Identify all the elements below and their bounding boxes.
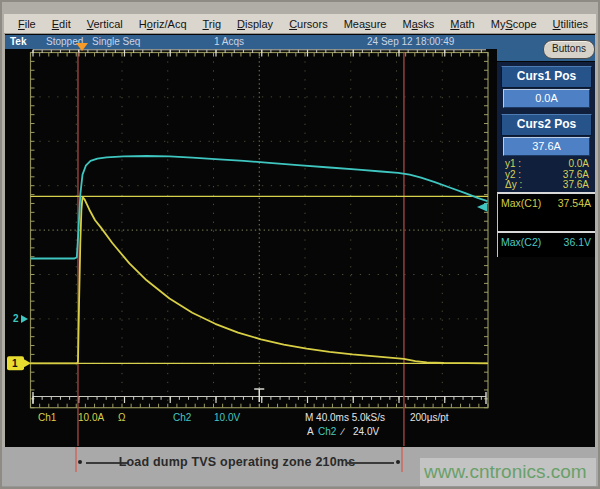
- datetime: 24 Sep 12 18:00:49: [367, 36, 454, 47]
- scope-screen: Tek Stopped Single Seq 1 Acqs 24 Sep 12 …: [5, 34, 595, 447]
- menu-item-measure[interactable]: Measure: [344, 18, 387, 30]
- trigger-prefix: A: [307, 426, 314, 437]
- annotation-band: Load dump TVS operating zone 210ms www.c…: [2, 447, 598, 486]
- ch1-coupling-icon: Ω: [118, 412, 125, 423]
- ch2-scale[interactable]: 10.0V: [214, 412, 240, 423]
- dy-value: 37.6A: [563, 180, 589, 191]
- ch2-label[interactable]: Ch2: [173, 412, 191, 423]
- svg-text:1: 1: [12, 358, 18, 369]
- max-c1-value: 37.54A: [558, 197, 591, 209]
- brand-label: Tek: [10, 36, 27, 47]
- buttons-button[interactable]: Buttons: [543, 40, 595, 59]
- curs1-pos-value[interactable]: 0.0A: [503, 89, 590, 108]
- ch1-label[interactable]: Ch1: [38, 412, 56, 423]
- measurement-max-c2: Max(C2) 36.1V: [497, 231, 595, 257]
- zone-end-line: [401, 447, 403, 472]
- menu-bar: FileEditVerticalHoriz/AcqTrigDisplayCurs…: [4, 14, 596, 34]
- cursor-y1-row: y1 : 0.0A: [505, 159, 589, 170]
- menu-item-masks[interactable]: Masks: [402, 18, 434, 30]
- dimension-line-right: [346, 462, 394, 464]
- curs1-pos-header: Curs1 Pos: [501, 66, 592, 88]
- trace-ch1[interactable]: [31, 197, 488, 363]
- trigger-slope-icon: ∕: [342, 426, 344, 437]
- menu-item-utilities[interactable]: Utilities: [553, 18, 588, 30]
- waveform-display: 21: [5, 49, 497, 447]
- ch2-level-arrow-icon[interactable]: [477, 203, 487, 212]
- cursor-readout: y1 : 0.0A y2 : 37.6A Δy : 37.6A: [505, 159, 589, 191]
- ch2-ground-marker[interactable]: 2: [13, 313, 19, 324]
- menu-item-edit[interactable]: Edit: [52, 18, 71, 30]
- max-c2-label: Max(C2): [501, 236, 541, 248]
- trigger-position-icon[interactable]: [76, 43, 88, 51]
- menu-item-vertical[interactable]: Vertical: [87, 18, 123, 30]
- watermark: www.cntronics.com: [420, 458, 596, 486]
- max-c2-value: 36.1V: [564, 236, 591, 248]
- menu-item-cursors[interactable]: Cursors: [289, 18, 328, 30]
- zone-start-line: [75, 447, 77, 472]
- curs2-pos-header: Curs2 Pos: [501, 114, 592, 136]
- menu-item-file[interactable]: File: [18, 18, 36, 30]
- zone-annotation: Load dump TVS operating zone 210ms: [112, 455, 362, 469]
- acq-count: 1 Acqs: [214, 36, 244, 47]
- menu-item-display[interactable]: Display: [237, 18, 273, 30]
- y1-value: 0.0A: [568, 159, 589, 170]
- status-bar: Tek Stopped Single Seq 1 Acqs 24 Sep 12 …: [5, 35, 595, 49]
- cursor-panel: Curs1 Pos 0.0A Curs2 Pos 37.6A y1 : 0.0A…: [497, 62, 595, 292]
- menu-item-myscope[interactable]: MyScope: [491, 18, 537, 30]
- resolution-readout: 200µs/pt: [410, 412, 449, 423]
- menu-item-math[interactable]: Math: [450, 18, 474, 30]
- curs2-pos-value[interactable]: 37.6A: [503, 137, 590, 156]
- menu-item-horizacq[interactable]: Horiz/Acq: [139, 18, 187, 30]
- max-c1-label: Max(C1): [501, 197, 541, 209]
- ch2-ground-arrow-icon: [21, 315, 28, 323]
- dimension-start-dot: [78, 460, 82, 464]
- cursor-position-block: Curs1 Pos 0.0A Curs2 Pos 37.6A y1 : 0.0A…: [497, 62, 595, 192]
- y1-label: y1 :: [505, 159, 521, 170]
- dy-label: Δy :: [505, 180, 522, 191]
- trigger-source[interactable]: Ch2: [318, 426, 336, 437]
- timebase-readout[interactable]: M 40.0ms 5.0kS/s: [305, 412, 385, 423]
- menu-item-trig[interactable]: Trig: [203, 18, 222, 30]
- measurement-max-c1: Max(C1) 37.54A: [497, 192, 595, 231]
- acq-mode: Single Seq: [92, 36, 140, 47]
- dimension-end-dot: [396, 460, 400, 464]
- ch1-scale[interactable]: 10.0A: [78, 412, 104, 423]
- trigger-level[interactable]: 24.0V: [353, 426, 379, 437]
- cursor-dy-row: Δy : 37.6A: [505, 180, 589, 191]
